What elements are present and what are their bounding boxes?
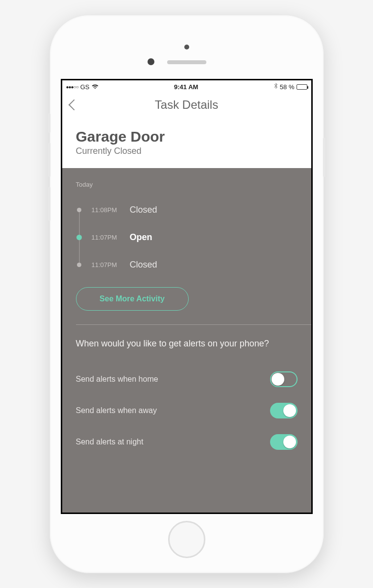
alert-toggle-night[interactable]: [270, 434, 298, 450]
nav-header: Task Details: [62, 93, 311, 114]
alert-row-home: Send alerts when home: [76, 364, 298, 395]
device-header: Garage Door Currently Closed: [62, 114, 311, 168]
signal-dots: ●●●○○: [66, 84, 78, 90]
see-more-activity-button[interactable]: See More Activity: [76, 287, 189, 311]
screen: ●●●○○ GS 9:41 AM 58 % Task Details Gara: [61, 79, 313, 514]
alert-label: Send alerts when away: [76, 406, 157, 415]
alert-row-night: Send alerts at night: [76, 426, 298, 458]
alerts-question: When would you like to get alerts on you…: [76, 338, 298, 350]
timeline-event: 11:07PM Open: [76, 223, 298, 251]
divider: [76, 324, 311, 325]
timeline-dot-icon: [77, 208, 81, 212]
alert-toggle-away[interactable]: [270, 403, 298, 418]
carrier-label: GS: [80, 83, 90, 91]
page-title: Task Details: [62, 98, 311, 112]
back-icon[interactable]: [68, 99, 79, 111]
details-body: Today 11:08PM Closed 11:07PM Open 11:07P…: [62, 168, 311, 513]
battery-icon: [297, 84, 307, 90]
timeline-state: Closed: [130, 205, 157, 215]
status-bar: ●●●○○ GS 9:41 AM 58 %: [62, 80, 311, 93]
timeline-state: Closed: [130, 260, 157, 270]
home-button[interactable]: [168, 521, 205, 558]
timeline-event: 11:08PM Closed: [76, 196, 298, 223]
timeline-event: 11:07PM Closed: [76, 251, 298, 278]
timeline-time: 11:08PM: [92, 206, 121, 214]
timeline-time: 11:07PM: [92, 261, 121, 269]
alert-label: Send alerts when home: [76, 375, 158, 384]
timeline-dot-icon: [77, 263, 81, 267]
battery-pct: 58 %: [280, 83, 295, 91]
phone-mockup: ●●●○○ GS 9:41 AM 58 % Task Details Gara: [50, 15, 324, 573]
wifi-icon: [92, 83, 99, 91]
activity-day-label: Today: [76, 181, 298, 188]
timeline-time: 11:07PM: [92, 234, 121, 241]
status-time: 9:41 AM: [99, 83, 274, 91]
device-name: Garage Door: [76, 128, 298, 145]
alert-row-away: Send alerts when away: [76, 395, 298, 426]
timeline-state: Open: [130, 232, 152, 243]
device-status: Currently Closed: [76, 146, 298, 156]
alert-toggle-home[interactable]: [270, 371, 298, 387]
activity-timeline: 11:08PM Closed 11:07PM Open 11:07PM Clos…: [76, 196, 298, 278]
bluetooth-icon: [274, 83, 278, 91]
timeline-dot-icon: [76, 235, 82, 240]
alert-label: Send alerts at night: [76, 438, 144, 446]
